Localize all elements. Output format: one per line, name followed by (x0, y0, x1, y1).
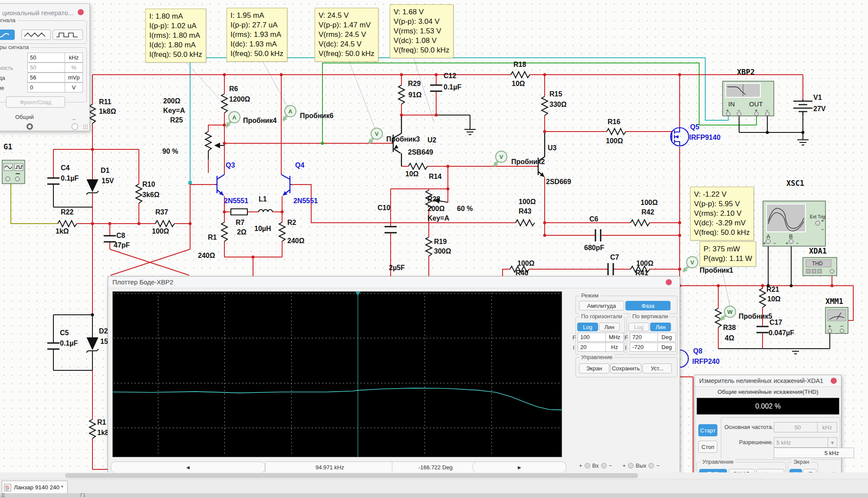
transistor-u3[interactable] (537, 132, 545, 177)
amplitude-input[interactable]: 56 (27, 73, 68, 82)
square-wave-button[interactable] (53, 30, 83, 40)
settings-button[interactable]: Уст... (642, 363, 672, 373)
start-button[interactable]: Старт (698, 424, 717, 436)
duty-label: тельность (0, 65, 13, 71)
scrollbar-thumb[interactable] (65, 473, 638, 478)
dropdown-arrow-icon[interactable]: ▾ (828, 437, 837, 448)
resolution-label: Разрешение. (739, 439, 773, 445)
zener-d2[interactable] (86, 338, 99, 353)
probe-label: Пробник3 (386, 135, 420, 143)
component-label: R15 (549, 90, 562, 98)
transistor-q3[interactable] (215, 175, 224, 195)
vertical-f-input[interactable]: 720 (630, 333, 661, 342)
component-label: Q5 (690, 123, 699, 131)
xbp2-in-label: IN (728, 100, 735, 108)
inductor-l1[interactable] (259, 210, 273, 212)
frequency-input[interactable]: 50 (27, 53, 68, 63)
horizontal-f-input[interactable]: 100 (578, 333, 608, 342)
measurement-tooltip: V: 24.5 VV(p-p): 1.47 mVV(rms): 24.5 VV(… (315, 8, 378, 62)
amplitude-tab[interactable]: Амплитуда (579, 301, 624, 310)
measurement-tooltip: I: 1.95 mAI(p-p): 27.7 uAI(rms): 1.93 mA… (227, 8, 287, 62)
component-label: 2Ω (237, 228, 247, 236)
cursor-left-button[interactable]: ◄ (111, 462, 265, 473)
thd-display: 0.002 % (697, 398, 839, 415)
component-label: R1 (208, 234, 217, 241)
frequency-unit[interactable]: kHz (65, 53, 83, 63)
window-titlebar[interactable]: Плоттер Боде-XBP2 (108, 277, 680, 288)
g1-instrument-icon[interactable] (2, 160, 25, 184)
in-minus-terminal[interactable] (601, 463, 607, 468)
probe-Пробник3[interactable]: VПробник3 (369, 128, 420, 143)
bode-plotter-window[interactable]: Плоттер Боде-XBP2 Режим Амплитуда Фаза П… (108, 276, 680, 473)
distortion-analyzer-window[interactable]: Измеритель нелинейных искажений-XDA1 Общ… (694, 375, 842, 484)
sine-wave-button[interactable] (0, 30, 15, 40)
out-plus-terminal[interactable] (628, 463, 634, 468)
component-label: D1 (101, 167, 110, 174)
vertical-log-button[interactable]: Log (628, 323, 649, 331)
resolution-select[interactable]: 5 kHz (774, 437, 831, 448)
offset-unit[interactable]: V (65, 82, 83, 92)
resolution-value: 5 kHz (774, 448, 854, 458)
component-label: U3 (548, 144, 557, 152)
close-icon[interactable] (831, 378, 837, 384)
probe-Пробник2[interactable]: VПробник2 (494, 151, 545, 166)
window-titlebar[interactable]: Измеритель нелинейных искажений-XDA1 (695, 375, 841, 387)
out-minus-terminal[interactable] (648, 463, 654, 468)
edge-button: Фронт/Спад (6, 96, 65, 108)
common-radio-selected[interactable] (26, 123, 33, 130)
component-label: R14 (429, 173, 441, 180)
component-label: R1 (97, 419, 106, 426)
component-label: 1200Ω (229, 96, 250, 103)
xbp2-instrument-icon[interactable]: IN OUT + − + − (723, 81, 774, 116)
probe-letter-icon: A (288, 108, 293, 115)
function-generator-panel[interactable]: циональный генерато... а сигнала метры с… (0, 3, 90, 131)
canvas-horizontal-scrollbar[interactable] (0, 472, 868, 479)
component-label: XSC1 (786, 179, 804, 188)
component-label: 15V (102, 177, 114, 185)
horizontal-log-button[interactable]: Log (577, 323, 598, 331)
horizontal-i-unit: Hz (605, 343, 624, 352)
triangle-wave-button[interactable] (21, 30, 51, 40)
probe-Пробник6[interactable]: AПробник6 (283, 106, 333, 121)
minus-radio[interactable] (72, 123, 78, 130)
component-label: R7 (236, 219, 245, 226)
horizontal-lin-button[interactable]: Лин (599, 323, 620, 331)
vertical-lin-button[interactable]: Лин (650, 323, 671, 331)
probe-Пробник4[interactable]: AПробник4 (226, 112, 276, 127)
xmm1-instrument-icon[interactable]: + − (825, 307, 848, 333)
component-label: R10 (142, 181, 155, 188)
phase-tab[interactable]: Фаза (625, 301, 671, 310)
zener-d1[interactable] (86, 180, 99, 195)
component-label: Q3 (226, 162, 235, 169)
screen-button[interactable]: Экран (579, 363, 609, 373)
xda1-instrument-icon[interactable]: THD (803, 257, 837, 276)
horizontal-i-input[interactable]: 20 (578, 343, 608, 352)
phase-trace (113, 388, 562, 410)
i-label: I (573, 344, 575, 351)
transistor-q4[interactable] (281, 175, 292, 195)
amplitude-unit[interactable]: mVp (65, 73, 83, 82)
vertical-i-input[interactable]: -720 (630, 343, 661, 352)
resize-grip[interactable] (83, 124, 88, 129)
horizontal-f-unit: MHz (605, 333, 624, 342)
close-icon[interactable] (78, 9, 84, 15)
close-icon[interactable] (666, 279, 672, 285)
control-group-label: Управление (579, 354, 614, 360)
stop-button[interactable]: Стоп (698, 441, 717, 453)
in-plus-terminal[interactable] (585, 463, 590, 468)
sheet-tab-bar: Ланзар 9140 240 * (0, 479, 868, 494)
sheet-tab[interactable]: Ланзар 9140 240 * (2, 481, 68, 494)
xsc1-instrument-icon[interactable]: Ext Trig + − A B + − + − (763, 201, 825, 246)
probe-Пробник5[interactable]: WПробник5 (720, 306, 772, 320)
cursor-right-button[interactable]: ► (473, 462, 566, 473)
component-label: C4 (61, 164, 70, 171)
bode-plot-area[interactable] (112, 291, 562, 457)
save-button[interactable]: Сохранить (610, 363, 641, 373)
mosfet-q5[interactable] (671, 128, 689, 146)
i-label: I (625, 344, 627, 351)
battery-v1[interactable] (793, 99, 812, 115)
plus-mark: + (821, 218, 824, 223)
offset-input[interactable]: 0 (27, 82, 68, 92)
component-label: R16 (608, 118, 620, 125)
component-label: 91Ω (408, 91, 422, 99)
